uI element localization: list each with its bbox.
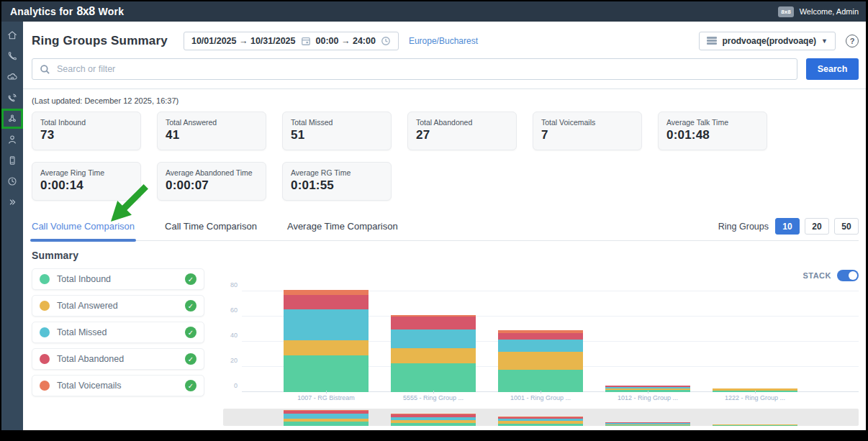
check-icon: ✓ [185,380,196,391]
tabs-row: Call Volume ComparisonCall Time Comparis… [32,215,859,241]
x-tick [326,391,327,394]
sidebar-item-expand[interactable] [4,194,21,210]
check-icon: ✓ [185,300,196,312]
navigator-bar-segment [284,422,369,426]
metric-label: Total Abandoned [416,118,508,127]
sidebar-item-clock[interactable] [4,173,21,189]
metric-card: Total Inbound73 [32,112,141,150]
legend-item-total-voicemails[interactable]: Total Voicemails✓ [32,375,204,396]
expand-icon [6,196,18,208]
metric-card: Total Answered41 [157,112,266,150]
sidebar-item-device[interactable] [4,153,21,168]
y-tick-label: 20 [223,357,238,364]
metric-label: Total Voicemails [541,118,633,127]
legend-label: Total Voicemails [57,381,178,391]
x-axis-label: 1001 - Ring Group ... [487,394,595,401]
navigator-bar [605,422,690,426]
legend-color-dot [40,274,50,284]
chart-section: Total Inbound✓Total Answered✓Total Misse… [32,268,859,426]
ring-groups-count-20[interactable]: 20 [805,218,829,235]
sidebar-item-home[interactable] [4,27,21,43]
y-tick-label: 0 [223,382,238,389]
y-tick-label: 80 [223,281,238,288]
bar-segment [284,295,369,309]
navigator-bar [713,424,797,426]
tab-call-volume-comparison[interactable]: Call Volume Comparison [32,215,135,240]
metric-label: Average Ring Time [40,168,132,177]
search-button[interactable]: Search [806,58,859,80]
page-title: Ring Groups Summary [32,34,168,48]
legend-label: Total Abandoned [57,354,178,364]
help-button[interactable]: ? [846,35,859,47]
ring-groups-label: Ring Groups [718,222,769,232]
navigator-bar-segment [498,424,583,426]
metric-value: 0:01:55 [291,178,383,193]
user-icon [6,134,18,145]
x-axis-label: 1222 - Ring Group ... [701,394,809,401]
home-icon [6,29,18,41]
bar-1007[interactable] [284,290,369,392]
metric-label: Average Talk Time [666,118,759,127]
chart-plot-area: 020406080 [242,286,859,392]
x-axis-label: 1012 - Ring Group ... [594,394,702,401]
ring-groups-count-10[interactable]: 10 [775,218,800,235]
bar-5555[interactable] [391,315,476,392]
sidebar-item-ring-groups[interactable] [4,111,21,127]
bar-segment [391,348,476,363]
navigator-bar-segment [391,423,476,426]
check-icon: ✓ [185,353,196,365]
metric-value: 73 [40,128,132,142]
bar-segment [498,333,583,340]
legend-item-total-missed[interactable]: Total Missed✓ [32,322,204,343]
navigator-bar-segment [713,425,797,426]
account-name: prodvoaqe(prodvoaqe) [722,36,816,46]
main-content: Ring Groups Summary 10/01/2025 → 10/31/2… [23,22,866,430]
chart-navigator-brush[interactable] [223,409,859,426]
legend-label: Total Answered [57,301,178,311]
metric-card: Total Voicemails7 [533,112,642,150]
search-input[interactable] [57,64,790,74]
ringing-phone-icon [6,92,18,104]
sidebar-item-cloud[interactable] [4,69,21,85]
bar-1001[interactable] [498,330,583,392]
bar-segment [391,363,476,392]
device-icon [6,155,18,166]
search-icon [40,64,50,75]
x-tick [433,391,434,394]
sidebar-item-ringing-phone[interactable] [4,90,21,106]
app-window: Analytics for 8x8 Work 8x8 Welcome, Admi… [0,0,868,441]
metric-label: Total Answered [166,118,258,127]
metric-card: Average Abandoned Time0:00:07 [157,162,266,201]
app-title-suffix: Work [99,6,125,17]
legend-label: Total Inbound [57,274,178,284]
y-tick-label: 40 [223,332,238,339]
metric-label: Total Inbound [40,118,132,127]
chart-legend: Total Inbound✓Total Answered✓Total Misse… [32,268,204,426]
sidebar-item-user[interactable] [4,132,21,147]
divider [23,88,866,89]
toggle-knob [849,271,857,280]
tab-average-time-comparison[interactable]: Average Time Comparison [287,215,398,240]
tab-call-time-comparison[interactable]: Call Time Comparison [165,215,257,240]
metric-value: 51 [291,128,383,142]
x-axis-label: 1007 - RG Bistream [272,394,380,401]
timezone-link[interactable]: Europe/Bucharest [409,36,478,46]
check-icon: ✓ [185,273,196,285]
sidebar-item-phone[interactable] [4,48,21,64]
legend-item-total-inbound[interactable]: Total Inbound✓ [32,268,204,290]
bar-segment [391,317,476,329]
legend-color-dot [40,301,50,311]
stack-toggle[interactable] [837,270,859,281]
legend-item-total-answered[interactable]: Total Answered✓ [32,295,204,317]
clock-icon [381,36,391,46]
search-box[interactable] [32,58,797,80]
welcome-text: Welcome, Admin [800,7,859,16]
legend-item-total-abandoned[interactable]: Total Abandoned✓ [32,348,204,370]
x-tick [541,391,541,394]
ring-groups-count-50[interactable]: 50 [834,218,859,235]
date-range-picker[interactable]: 10/01/2025 → 10/31/2025 00:00 → 24:00 [184,32,399,50]
bar-segment [391,329,476,348]
account-selector[interactable]: prodvoaqe(prodvoaqe) ▼ [699,32,836,50]
8x8-badge-icon: 8x8 [778,6,793,17]
chart-x-axis: 1007 - RG Bistream5555 - Ring Group ...1… [242,392,859,404]
